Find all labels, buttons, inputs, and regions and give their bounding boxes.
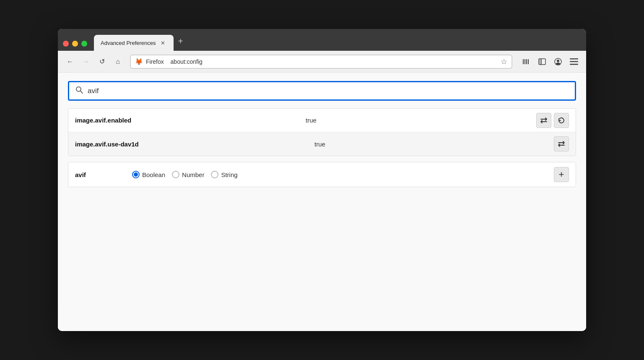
- firefox-icon: 🦊: [135, 58, 143, 65]
- active-tab[interactable]: Advanced Preferences ✕: [94, 35, 174, 51]
- sidebar-icon: [538, 57, 546, 66]
- radio-boolean-label: Boolean: [142, 171, 165, 178]
- transfer-icon: [558, 141, 565, 147]
- pref-value-1: true: [306, 117, 536, 124]
- add-pref-button[interactable]: +: [554, 167, 569, 182]
- svg-rect-11: [570, 64, 578, 65]
- radio-number-circle: [172, 171, 179, 178]
- maximize-button[interactable]: [81, 41, 87, 47]
- browser-window: Advanced Preferences ✕ + ← → ↺ ⌂ 🦊 Firef…: [58, 29, 586, 331]
- table-row[interactable]: image.avif.use-dav1d true: [68, 132, 576, 156]
- address-url: about:config: [167, 58, 203, 65]
- bookmark-icon[interactable]: ☆: [501, 57, 507, 66]
- toggle-button-2[interactable]: [554, 136, 569, 151]
- tab-bar: Advanced Preferences ✕ +: [94, 35, 187, 51]
- svg-rect-5: [539, 59, 541, 65]
- results-table: image.avif.enabled true: [68, 108, 576, 156]
- svg-rect-10: [570, 61, 578, 62]
- svg-line-13: [80, 91, 83, 93]
- radio-number-label: Number: [182, 171, 204, 178]
- pref-value-2: true: [314, 141, 554, 148]
- account-button[interactable]: [551, 55, 565, 69]
- library-button[interactable]: [519, 55, 533, 69]
- pref-name-1: image.avif.enabled: [75, 117, 306, 124]
- library-icon: [522, 57, 530, 66]
- svg-rect-3: [528, 59, 529, 64]
- search-container: [68, 81, 576, 101]
- home-button[interactable]: ⌂: [111, 55, 125, 69]
- reset-icon: [558, 117, 565, 124]
- radio-group: Boolean Number String: [132, 171, 554, 178]
- new-pref-name: avif: [75, 171, 125, 178]
- radio-boolean-circle: [132, 171, 140, 178]
- minimize-button[interactable]: [72, 41, 78, 47]
- row-1-actions: [536, 113, 569, 128]
- account-icon: [554, 57, 562, 66]
- close-button[interactable]: [63, 41, 69, 47]
- radio-number[interactable]: Number: [172, 171, 204, 178]
- reload-button[interactable]: ↺: [95, 55, 109, 69]
- toggle-button-1[interactable]: [536, 113, 551, 128]
- radio-string-label: String: [221, 171, 237, 178]
- window-controls: [63, 41, 87, 47]
- search-icon: [75, 86, 83, 96]
- svg-rect-0: [523, 59, 524, 64]
- add-pref-row: avif Boolean Number String +: [68, 162, 576, 187]
- sidebar-button[interactable]: [535, 55, 549, 69]
- svg-rect-9: [570, 58, 578, 60]
- svg-point-8: [557, 60, 559, 62]
- back-button[interactable]: ←: [63, 55, 77, 69]
- row-2-actions: [554, 136, 569, 151]
- svg-rect-2: [526, 59, 527, 64]
- menu-button[interactable]: [567, 55, 581, 69]
- new-tab-button[interactable]: +: [174, 35, 187, 47]
- tab-close-button[interactable]: ✕: [159, 39, 167, 47]
- nav-bar: ← → ↺ ⌂ 🦊 Firefox about:config ☆: [58, 51, 586, 73]
- address-bar[interactable]: 🦊 Firefox about:config ☆: [130, 55, 512, 69]
- menu-icon: [570, 58, 578, 65]
- pref-name-2: image.avif.use-dav1d: [75, 141, 314, 148]
- reset-button-1[interactable]: [554, 113, 569, 128]
- page-content: image.avif.enabled true: [58, 73, 586, 331]
- address-firefox-label: Firefox: [146, 58, 164, 65]
- svg-rect-1: [525, 59, 525, 64]
- title-bar: Advanced Preferences ✕ +: [58, 29, 586, 51]
- radio-string-circle: [211, 171, 218, 178]
- table-row[interactable]: image.avif.enabled true: [68, 109, 576, 132]
- forward-button[interactable]: →: [79, 55, 93, 69]
- search-input[interactable]: [88, 87, 569, 95]
- radio-string[interactable]: String: [211, 171, 237, 178]
- tab-title: Advanced Preferences: [101, 40, 156, 46]
- toolbar-icons: [519, 55, 581, 69]
- transfer-icon: [540, 117, 548, 124]
- radio-boolean[interactable]: Boolean: [132, 171, 165, 178]
